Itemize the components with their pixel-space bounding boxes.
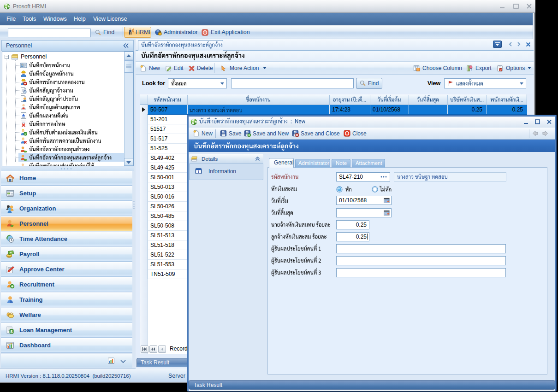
svg-text:$: $ [10, 329, 12, 334]
